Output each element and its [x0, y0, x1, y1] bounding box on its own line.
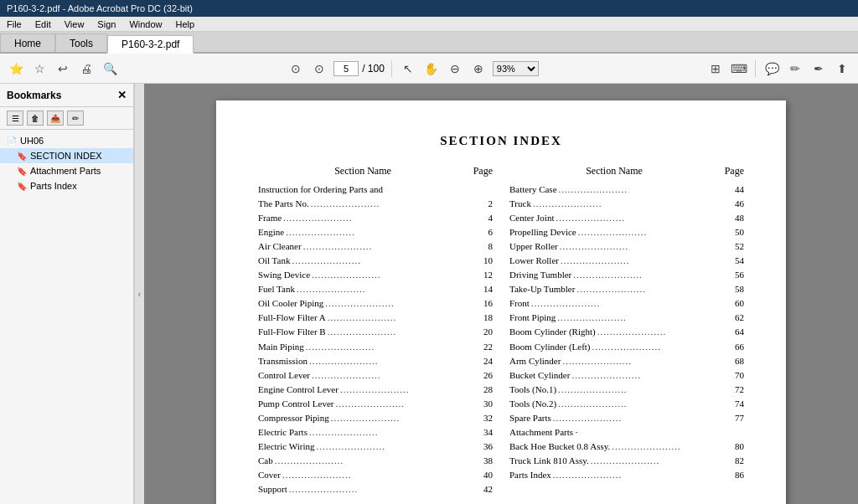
bookmark-parts-index-label: Parts Index: [30, 181, 77, 191]
draw-button[interactable]: ✒: [809, 59, 828, 78]
tab-bar: Home Tools P160-3-2.pdf: [0, 32, 858, 54]
panel-export-button[interactable]: 📤: [47, 111, 64, 126]
panel-toolbar: ☰ 🗑 📤 ✏: [0, 107, 133, 130]
bookmark-uh06-label: UH06: [20, 136, 44, 146]
row-dots: ......................: [592, 340, 726, 354]
zoom-in-button[interactable]: ⊕: [469, 59, 488, 78]
row-dots: ......................: [335, 397, 474, 411]
right-index-row: Upper Roller ...................... 52: [509, 239, 744, 254]
row-dots: ......................: [325, 296, 474, 311]
bookmark-attachment-parts[interactable]: 🔖 Attachment Parts: [0, 163, 133, 178]
page-number-input[interactable]: 5: [333, 61, 359, 76]
left-index-row: Electric Wiring ...................... 3…: [258, 440, 493, 454]
row-num: 54: [727, 254, 744, 268]
bookmark-button[interactable]: ☆: [30, 59, 49, 78]
left-panel: Bookmarks ✕ ☰ 🗑 📤 ✏ 📄 UH06 🔖 SECTION IND…: [0, 84, 134, 504]
right-index-row: Lower Roller ...................... 54: [509, 254, 744, 268]
menu-bar: File Edit View Sign Window Help: [0, 17, 858, 32]
row-num: 20: [476, 325, 493, 339]
panel-delete-button[interactable]: 🗑: [27, 111, 44, 126]
collapse-handle[interactable]: ‹: [134, 84, 144, 504]
zoom-in-small-button[interactable]: 🔍: [101, 59, 119, 78]
new-button[interactable]: ⭐: [7, 59, 25, 78]
row-num: 26: [476, 368, 493, 383]
right-index-row: Front ...................... 60: [509, 296, 744, 311]
title-bar: P160-3-2.pdf - Adobe Acrobat Pro DC (32-…: [0, 0, 858, 17]
row-dots: ......................: [328, 325, 474, 339]
tab-pdf[interactable]: P160-3-2.pdf: [107, 35, 194, 54]
row-name: Transmission: [258, 354, 308, 368]
panel-header: Bookmarks ✕: [0, 84, 133, 107]
row-num: 74: [727, 397, 744, 411]
panel-view-button[interactable]: ☰: [7, 111, 23, 126]
left-index-row: Pump Control Lever .....................…: [258, 397, 493, 411]
panel-title: Bookmarks: [7, 90, 61, 101]
tab-tools[interactable]: Tools: [55, 33, 107, 52]
right-index-row: Truck Link 810 Assy. ...................…: [509, 454, 744, 468]
menu-help[interactable]: Help: [176, 19, 195, 29]
left-index-col: Instruction for Ordering Parts and The P…: [258, 183, 493, 496]
bookmark-list: 📄 UH06 🔖 SECTION INDEX 🔖 Attachment Part…: [0, 130, 133, 504]
bookmark-section-index[interactable]: 🔖 SECTION INDEX: [0, 148, 133, 163]
menu-file[interactable]: File: [7, 19, 22, 29]
menu-window[interactable]: Window: [129, 19, 162, 29]
zoom-out-button[interactable]: ⊖: [446, 59, 464, 78]
menu-view[interactable]: View: [65, 19, 85, 29]
row-name: Take-Up Tumbler: [509, 282, 575, 296]
select-tool-button[interactable]: ↖: [399, 59, 417, 78]
row-dots: ......................: [303, 239, 474, 254]
zoom-select[interactable]: 93% 50% 75% 100% 125% 150%: [493, 61, 539, 76]
row-num: 16: [476, 296, 493, 311]
row-name: Truck Link 810 Assy.: [509, 454, 589, 468]
next-page-button[interactable]: ⊙: [310, 59, 328, 78]
row-name: Control Lever: [258, 368, 310, 383]
row-num: 18: [476, 311, 493, 325]
main-area: Bookmarks ✕ ☰ 🗑 📤 ✏ 📄 UH06 🔖 SECTION IND…: [0, 84, 858, 504]
menu-sign[interactable]: Sign: [97, 19, 116, 29]
print-button[interactable]: 🖨: [77, 59, 96, 78]
row-num: 46: [727, 197, 744, 211]
row-num: 4: [476, 211, 493, 225]
row-num: 77: [727, 411, 744, 425]
row-dots: ......................: [558, 383, 726, 397]
back-button[interactable]: ↩: [54, 59, 72, 78]
right-index-row: Take-Up Tumbler ...................... 5…: [509, 282, 744, 296]
row-num: 52: [727, 239, 744, 254]
left-col-header-section: Section Name: [258, 165, 468, 177]
row-dots: ......................: [562, 354, 726, 368]
comment-button[interactable]: 💬: [762, 59, 781, 78]
touchmode-button[interactable]: ⌨: [730, 59, 748, 78]
row-num: 66: [727, 340, 744, 354]
tab-home[interactable]: Home: [0, 33, 55, 52]
share-button[interactable]: ⬆: [833, 59, 851, 78]
view-mode-button[interactable]: ⊞: [706, 59, 725, 78]
bookmark-parts-index[interactable]: 🔖 Parts Index: [0, 178, 133, 193]
row-name: Back Hoe Bucket 0.8 Assy.: [509, 440, 610, 454]
bookmark-uh06[interactable]: 📄 UH06: [0, 133, 133, 148]
hand-tool-button[interactable]: ✋: [422, 59, 441, 78]
row-dots: ......................: [297, 282, 474, 296]
row-num: 44: [727, 183, 744, 197]
right-index-col: Battery Case ...................... 44 T…: [509, 183, 744, 496]
left-index-row: Frame ...................... 4: [258, 211, 493, 225]
right-index-row: Parts Index ...................... 86: [509, 468, 744, 482]
panel-edit-button[interactable]: ✏: [67, 111, 84, 126]
page-navigation: 5 / 100: [333, 61, 385, 76]
panel-close-button[interactable]: ✕: [117, 89, 127, 101]
row-dots: ......................: [275, 454, 474, 468]
prev-page-button[interactable]: ⊙: [287, 59, 305, 78]
right-index-row: Arm Cylinder ...................... 68: [509, 354, 744, 368]
row-num: 28: [476, 383, 493, 397]
menu-edit[interactable]: Edit: [35, 19, 51, 29]
highlight-button[interactable]: ✏: [786, 59, 804, 78]
row-name: Swing Device: [258, 268, 310, 282]
row-dots: ......................: [331, 411, 474, 425]
row-dots: ......................: [571, 368, 726, 383]
row-dots: ......................: [558, 397, 726, 411]
row-num: 36: [476, 440, 493, 454]
row-dots: ......................: [553, 411, 726, 425]
pdf-area[interactable]: SECTION INDEX Section Name Page Section …: [144, 84, 858, 504]
pdf-page: SECTION INDEX Section Name Page Section …: [216, 100, 786, 504]
left-index-row: Air Cleaner ...................... 8: [258, 239, 493, 254]
row-name: Full-Flow Filter A: [258, 311, 326, 325]
